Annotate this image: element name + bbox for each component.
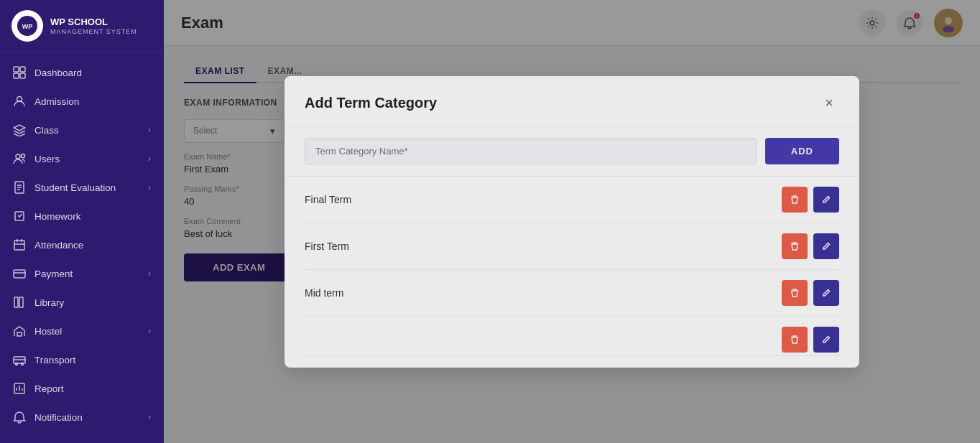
- svg-text:WP: WP: [22, 23, 33, 30]
- chevron-right-icon: ›: [148, 412, 151, 422]
- sidebar-item-attendance[interactable]: Attendance: [0, 230, 164, 259]
- sidebar-item-label: Library: [34, 297, 64, 308]
- sidebar-item-hostel[interactable]: Hostel ›: [0, 317, 164, 345]
- svg-rect-19: [14, 297, 18, 307]
- term-category-input[interactable]: [305, 138, 757, 164]
- svg-point-8: [22, 154, 25, 158]
- logo-circle: WP: [11, 10, 43, 42]
- modal-title: Add Term Category: [305, 95, 437, 111]
- sidebar-item-student-evaluation[interactable]: Student Evaluation ›: [0, 173, 164, 202]
- sidebar-item-admission[interactable]: Admission: [0, 87, 164, 116]
- add-term-modal: Add Term Category × ADD Final Term: [285, 76, 859, 368]
- sidebar-item-dashboard[interactable]: Dashboard: [0, 58, 164, 87]
- sidebar-item-notification[interactable]: Notification ›: [0, 403, 164, 432]
- modal-overlay: Add Term Category × ADD Final Term: [164, 0, 980, 443]
- transport-icon: [13, 353, 26, 366]
- modal-add-button[interactable]: ADD: [765, 138, 839, 164]
- svg-point-24: [22, 363, 24, 365]
- chevron-right-icon: ›: [148, 182, 151, 192]
- chevron-right-icon: ›: [148, 326, 151, 336]
- sidebar-item-label: Notification: [34, 412, 83, 423]
- dashboard-icon: [13, 66, 26, 79]
- delete-term-button[interactable]: [782, 233, 808, 259]
- chevron-right-icon: ›: [148, 154, 151, 164]
- sidebar-item-label: Transport: [34, 355, 75, 365]
- homework-icon: [13, 210, 26, 223]
- modal-header: Add Term Category ×: [285, 76, 859, 126]
- app-name: WP SCHOOL: [50, 17, 137, 29]
- term-name: Mid term: [305, 287, 343, 299]
- edit-term-button[interactable]: [813, 280, 839, 306]
- chevron-right-icon: ›: [148, 269, 151, 279]
- chevron-right-icon: ›: [148, 125, 151, 135]
- sidebar-item-label: Users: [34, 154, 60, 164]
- svg-rect-4: [14, 73, 19, 78]
- term-actions: [782, 187, 839, 213]
- sidebar-item-label: Homework: [34, 211, 81, 222]
- term-row: First Term: [305, 223, 839, 270]
- sidebar-item-transport[interactable]: Transport: [0, 345, 164, 374]
- svg-point-7: [16, 154, 20, 159]
- svg-rect-3: [20, 67, 25, 72]
- svg-point-23: [16, 363, 18, 365]
- sidebar-item-label: Report: [34, 383, 64, 394]
- delete-term-button[interactable]: [782, 187, 808, 213]
- sidebar-item-report[interactable]: Report: [0, 374, 164, 403]
- sidebar: WP WP SCHOOL MANAGEMENT SYSTEM Dashboard: [0, 0, 164, 443]
- logo-text-block: WP SCHOOL MANAGEMENT SYSTEM: [50, 17, 137, 36]
- sidebar-item-label: Payment: [34, 269, 73, 279]
- svg-rect-20: [19, 297, 23, 307]
- svg-rect-13: [14, 241, 24, 250]
- sidebar-navigation: Dashboard Admission Class ›: [0, 52, 164, 443]
- term-row: [305, 317, 839, 356]
- sidebar-logo: WP WP SCHOOL MANAGEMENT SYSTEM: [0, 0, 164, 52]
- sidebar-item-label: Hostel: [34, 326, 62, 337]
- sidebar-item-label: Dashboard: [34, 67, 82, 78]
- sidebar-item-library[interactable]: Library: [0, 288, 164, 317]
- edit-term-button[interactable]: [813, 233, 839, 259]
- app-subtitle: MANAGEMENT SYSTEM: [50, 28, 137, 35]
- payment-icon: [13, 267, 26, 280]
- attendance-icon: [13, 238, 26, 251]
- sidebar-item-label: Class: [34, 125, 59, 136]
- main-content: Exam 1 EXAM LIST EXAM... EXAM INFORMATIO…: [164, 0, 980, 443]
- hostel-icon: [13, 325, 26, 337]
- report-icon: [13, 382, 26, 395]
- sidebar-item-homework[interactable]: Homework: [0, 202, 164, 230]
- term-name: Final Term: [305, 194, 351, 205]
- sidebar-item-label: Student Evaluation: [34, 182, 116, 193]
- student-evaluation-icon: [13, 181, 26, 194]
- library-icon: [13, 296, 26, 309]
- edit-term-button[interactable]: [813, 327, 839, 353]
- sidebar-item-label: Attendance: [34, 240, 83, 251]
- sidebar-item-class[interactable]: Class ›: [0, 116, 164, 144]
- modal-close-button[interactable]: ×: [819, 92, 839, 114]
- modal-input-row: ADD: [285, 126, 859, 177]
- term-name: First Term: [305, 241, 349, 252]
- delete-term-button[interactable]: [782, 327, 808, 353]
- svg-rect-21: [17, 332, 22, 336]
- svg-rect-5: [20, 73, 25, 78]
- term-row: Mid term: [305, 270, 839, 317]
- sidebar-item-payment[interactable]: Payment ›: [0, 259, 164, 288]
- term-actions: [782, 280, 839, 306]
- edit-term-button[interactable]: [813, 187, 839, 213]
- admission-icon: [13, 95, 26, 108]
- term-actions: [782, 327, 839, 353]
- svg-rect-2: [14, 67, 19, 72]
- term-actions: [782, 233, 839, 259]
- sidebar-item-users[interactable]: Users ›: [0, 144, 164, 173]
- notification-icon: [13, 411, 26, 424]
- term-list: Final Term First Term: [285, 177, 859, 368]
- users-icon: [13, 152, 26, 165]
- term-row: Final Term: [305, 177, 839, 223]
- svg-rect-17: [14, 270, 25, 278]
- sidebar-item-label: Admission: [34, 96, 79, 107]
- class-icon: [13, 123, 26, 136]
- delete-term-button[interactable]: [782, 280, 808, 306]
